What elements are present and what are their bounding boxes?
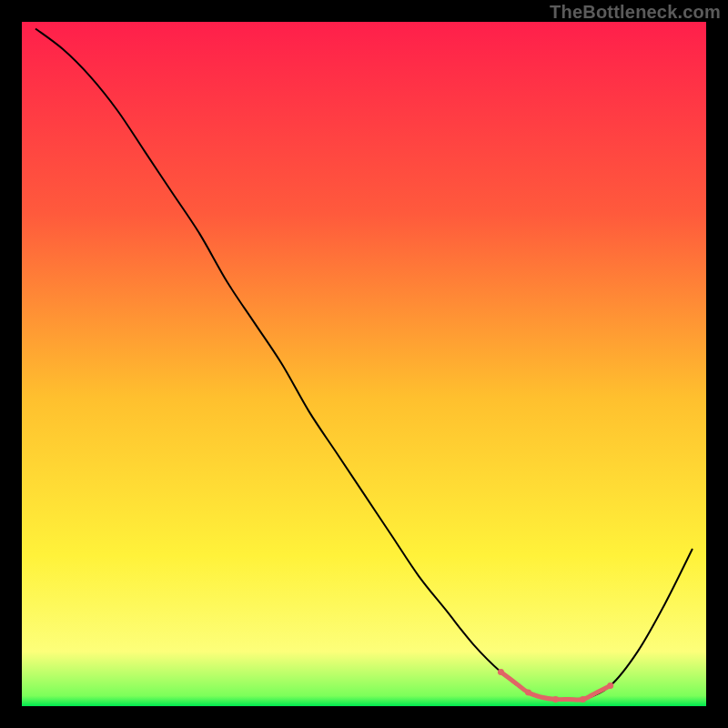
- marker-dot: [580, 696, 586, 703]
- marker-dot: [607, 682, 613, 689]
- marker-dot: [498, 669, 504, 675]
- marker-dot: [552, 696, 559, 703]
- watermark-text: TheBottleneck.com: [550, 2, 721, 23]
- bottleneck-curve-plot: [22, 22, 706, 706]
- plot-background: [22, 22, 706, 706]
- marker-dot: [525, 689, 531, 695]
- chart-frame: [20, 20, 708, 708]
